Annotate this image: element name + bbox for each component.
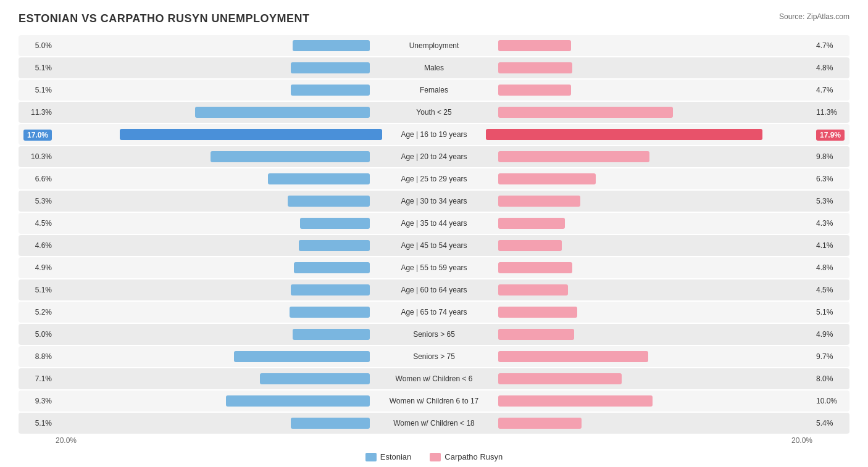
bar-blue: [268, 173, 370, 184]
bar-pink: [498, 62, 572, 73]
bar-label: Females: [372, 86, 496, 94]
bar-pink: [498, 262, 572, 273]
bar-row: 17.0% Age | 16 to 19 years 17.9%: [19, 124, 849, 145]
right-value: 5.4%: [812, 419, 849, 428]
right-value: 8.0%: [812, 374, 849, 383]
bar-row: 10.3% Age | 20 to 24 years 9.8%: [19, 146, 849, 167]
bar-row: 5.1% Females 4.7%: [19, 80, 849, 101]
right-value: 6.3%: [812, 175, 849, 183]
bar-label: Seniors > 65: [372, 330, 496, 339]
bar-row: 7.1% Women w/ Children < 6 8.0%: [19, 368, 849, 389]
bar-pink: [498, 284, 568, 295]
bar-pink: [498, 107, 673, 118]
bar-label: Women w/ Children 6 to 17: [372, 397, 496, 405]
right-value: 5.1%: [812, 308, 849, 316]
bar-label: Unemployment: [372, 41, 496, 50]
left-value: 4.5%: [19, 219, 56, 228]
bar-row: 5.1% Males 4.8%: [19, 57, 849, 78]
bar-blue: [260, 373, 370, 384]
bar-label: Women w/ Children < 18: [372, 419, 496, 428]
bar-row: 5.3% Age | 30 to 34 years 5.3%: [19, 191, 849, 212]
bar-pink: [498, 373, 622, 384]
left-value: 4.6%: [19, 241, 56, 250]
bar-pink: [498, 351, 648, 362]
left-value: 5.0%: [19, 41, 56, 50]
bar-pink: [498, 173, 596, 184]
left-value: 5.1%: [19, 64, 56, 72]
bar-pink: [498, 40, 571, 51]
bar-row: 8.8% Seniors > 75 9.7%: [19, 346, 849, 367]
bar-label: Age | 35 to 44 years: [372, 219, 496, 228]
bar-blue: [294, 262, 370, 273]
right-value: 10.0%: [812, 397, 849, 405]
bar-blue: [195, 107, 370, 118]
left-value: 5.2%: [19, 308, 56, 316]
bar-row: 9.3% Women w/ Children 6 to 17 10.0%: [19, 391, 849, 411]
bar-pink: [498, 307, 577, 318]
right-highlight-value: 17.9%: [816, 130, 845, 141]
legend-carpatho: Carpatho Rusyn: [430, 452, 503, 461]
bar-label: Males: [372, 64, 496, 72]
chart-container: ESTONIAN VS CARPATHO RUSYN UNEMPLOYMENT …: [0, 0, 868, 467]
right-value: 4.8%: [812, 263, 849, 272]
legend-estonian-box: [365, 453, 377, 461]
bar-row: 5.0% Unemployment 4.7%: [19, 35, 849, 56]
bar-label: Youth < 25: [372, 108, 496, 117]
right-value: 9.7%: [812, 352, 849, 361]
left-value: 4.9%: [19, 263, 56, 272]
left-value: 9.3%: [19, 397, 56, 405]
bar-blue: [291, 62, 370, 73]
left-value: 5.1%: [19, 419, 56, 428]
bar-pink: [498, 218, 565, 229]
bar-label: Age | 30 to 34 years: [372, 197, 496, 205]
bar-blue: [291, 418, 370, 429]
bar-label: Seniors > 75: [372, 352, 496, 361]
chart-body: 5.0% Unemployment 4.7% 5.1% Males: [19, 35, 849, 434]
left-value: 10.3%: [19, 152, 56, 161]
right-value: 4.3%: [812, 219, 849, 228]
legend: Estonian Carpatho Rusyn: [19, 452, 849, 461]
bar-label: Age | 45 to 54 years: [372, 241, 496, 250]
bar-blue: [290, 307, 370, 318]
bar-pink: [498, 418, 582, 429]
axis-right-label: 20.0%: [791, 436, 812, 445]
bar-row: 6.6% Age | 25 to 29 years 6.3%: [19, 168, 849, 189]
bar-row: 4.5% Age | 35 to 44 years 4.3%: [19, 213, 849, 234]
bar-pink: [498, 329, 574, 340]
left-value: 5.1%: [19, 86, 56, 94]
bar-row: 4.6% Age | 45 to 54 years 4.1%: [19, 235, 849, 256]
right-value: 4.9%: [812, 330, 849, 339]
bar-label: Age | 55 to 59 years: [372, 263, 496, 272]
legend-carpatho-box: [430, 453, 441, 461]
right-value: 4.7%: [812, 41, 849, 50]
chart-title: ESTONIAN VS CARPATHO RUSYN UNEMPLOYMENT: [19, 12, 310, 25]
bar-label: Age | 20 to 24 years: [372, 152, 496, 161]
bar-row: 5.1% Age | 60 to 64 years 4.5%: [19, 279, 849, 300]
bar-blue: [293, 329, 370, 340]
bar-blue: [226, 395, 370, 407]
right-value: 4.1%: [812, 241, 849, 250]
left-value: 5.3%: [19, 197, 56, 205]
bar-row: 11.3% Youth < 25 11.3%: [19, 102, 849, 123]
chart-source: Source: ZipAtlas.com: [779, 12, 849, 21]
right-value: 5.3%: [812, 197, 849, 205]
right-value: 9.8%: [812, 152, 849, 161]
bar-blue: [291, 85, 370, 96]
bar-pink: [498, 85, 571, 96]
bar-label: Age | 65 to 74 years: [372, 308, 496, 316]
bar-row: 5.1% Women w/ Children < 18 5.4%: [19, 413, 849, 434]
bar-label: Age | 60 to 64 years: [372, 286, 496, 294]
bar-row: 5.0% Seniors > 65 4.9%: [19, 324, 849, 345]
bar-blue: [299, 240, 370, 251]
right-value: 4.7%: [812, 86, 849, 94]
left-highlight-value: 17.0%: [23, 130, 52, 141]
bar-blue: [300, 218, 370, 229]
bar-row: 5.2% Age | 65 to 74 years 5.1%: [19, 302, 849, 323]
bar-pink: [498, 395, 653, 407]
bar-blue: [291, 284, 370, 295]
right-value: 4.8%: [812, 64, 849, 72]
bar-pink: [498, 196, 580, 207]
bar-row: 4.9% Age | 55 to 59 years 4.8%: [19, 257, 849, 278]
bar-pink: [498, 240, 562, 251]
legend-estonian: Estonian: [365, 452, 412, 461]
